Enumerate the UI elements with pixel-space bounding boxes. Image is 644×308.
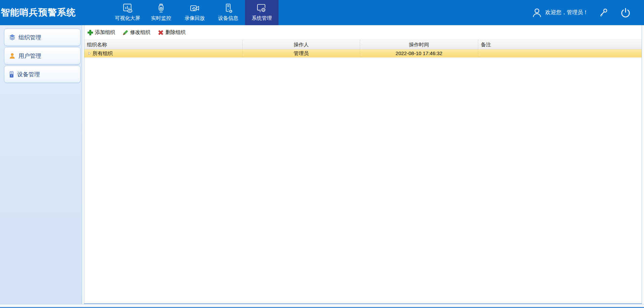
change-password-key-icon[interactable] bbox=[598, 7, 608, 18]
sidebar-item-users[interactable]: 用户管理 bbox=[4, 47, 81, 64]
column-header-operator[interactable]: 操作人 bbox=[243, 40, 360, 49]
app-title: 智能哨兵预警系统 bbox=[1, 0, 76, 25]
sidebar-item-organization[interactable]: 组织管理 bbox=[4, 29, 81, 46]
main-menu: 可视化大屏 实时监控 bbox=[111, 0, 279, 25]
sidebar-item-devices[interactable]: 设备管理 bbox=[4, 65, 81, 83]
bottom-scroll-strip[interactable] bbox=[0, 304, 644, 308]
operator-cell: 管理员 bbox=[243, 49, 360, 57]
main-panel: 添加组织 修改组织 删除组织 组织名称 操作人 操作时间 备注 bbox=[84, 25, 642, 304]
device-icon bbox=[9, 71, 14, 78]
column-header-remark[interactable]: 备注 bbox=[478, 40, 642, 49]
system-settings-icon bbox=[256, 2, 267, 14]
nav-item-device-info[interactable]: 设备信息 bbox=[211, 0, 245, 25]
expand-arrow-icon[interactable] bbox=[88, 52, 91, 55]
nav-item-playback[interactable]: 录像回放 bbox=[178, 0, 211, 25]
organization-icon bbox=[9, 34, 15, 41]
remark-cell bbox=[478, 49, 642, 57]
sidebar-item-label: 组织管理 bbox=[18, 34, 41, 41]
edit-org-button[interactable]: 修改组织 bbox=[122, 29, 150, 36]
delete-x-icon bbox=[158, 30, 164, 36]
nav-item-label: 录像回放 bbox=[185, 15, 205, 21]
device-info-icon bbox=[223, 2, 233, 14]
video-playback-icon bbox=[189, 2, 200, 14]
sidebar-item-label: 用户管理 bbox=[18, 52, 41, 60]
sidebar: 组织管理 用户管理 设备管理 bbox=[0, 25, 82, 304]
nav-item-label: 可视化大屏 bbox=[115, 15, 140, 21]
nav-item-dashboard[interactable]: 可视化大屏 bbox=[111, 0, 144, 25]
sidebar-item-label: 设备管理 bbox=[17, 71, 40, 78]
nav-item-label: 系统管理 bbox=[252, 15, 272, 21]
monitor-camera-icon bbox=[156, 2, 166, 14]
column-header-org-name[interactable]: 组织名称 bbox=[84, 40, 243, 49]
org-name-cell: 所有组织 bbox=[84, 49, 243, 57]
edit-org-label: 修改组织 bbox=[130, 29, 150, 36]
add-icon bbox=[87, 30, 93, 36]
logout-power-icon[interactable] bbox=[620, 7, 631, 18]
dashboard-icon bbox=[122, 2, 133, 14]
org-name-text: 所有组织 bbox=[93, 49, 113, 57]
nav-item-label: 设备信息 bbox=[218, 15, 238, 21]
nav-item-live-monitor[interactable]: 实时监控 bbox=[144, 0, 178, 25]
user-avatar-icon bbox=[531, 7, 543, 18]
column-header-op-time[interactable]: 操作时间 bbox=[360, 40, 478, 49]
delete-org-label: 删除组织 bbox=[165, 29, 186, 36]
add-org-button[interactable]: 添加组织 bbox=[87, 29, 115, 36]
nav-item-system-management[interactable]: 系统管理 bbox=[245, 0, 279, 25]
op-time-cell: 2022-08-10 17:46:32 bbox=[360, 49, 478, 57]
table-empty-area bbox=[84, 57, 642, 303]
org-table-row-selected[interactable]: 所有组织 管理员 2022-08-10 17:46:32 bbox=[84, 49, 642, 57]
user-icon bbox=[9, 53, 15, 59]
nav-user-area: 欢迎您，管理员！ bbox=[531, 0, 631, 25]
delete-org-button[interactable]: 删除组织 bbox=[158, 29, 186, 36]
org-toolbar: 添加组织 修改组织 删除组织 bbox=[84, 25, 642, 40]
pencil-icon bbox=[122, 30, 129, 36]
top-nav-bar: 智能哨兵预警系统 可视化大屏 bbox=[0, 0, 644, 25]
add-org-label: 添加组织 bbox=[95, 29, 115, 36]
org-table-header: 组织名称 操作人 操作时间 备注 bbox=[84, 40, 642, 49]
nav-item-label: 实时监控 bbox=[151, 15, 171, 21]
welcome-text: 欢迎您，管理员！ bbox=[545, 9, 588, 16]
